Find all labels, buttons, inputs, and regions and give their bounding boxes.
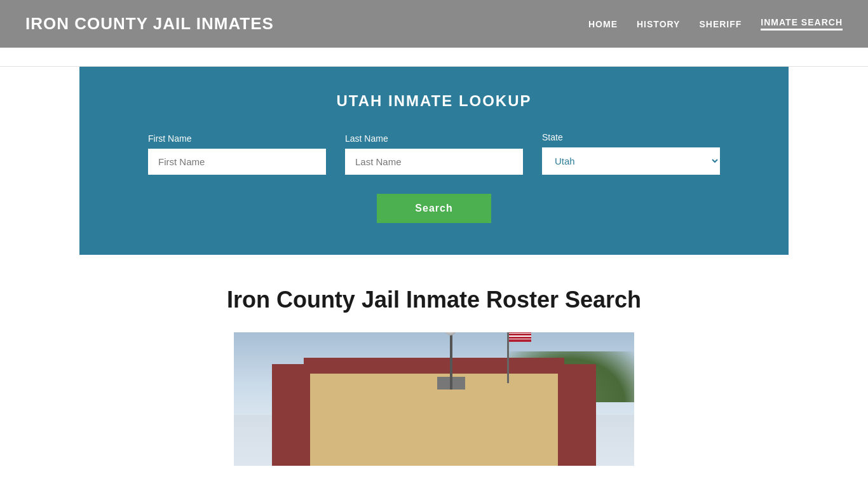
last-name-input[interactable]: [345, 149, 523, 175]
search-section: UTAH INMATE LOOKUP First Name Last Name …: [79, 67, 789, 255]
first-name-input[interactable]: [148, 149, 326, 175]
lookup-title: UTAH INMATE LOOKUP: [118, 92, 750, 110]
nav-inmate-search[interactable]: INMATE SEARCH: [761, 17, 843, 30]
building-image: [234, 332, 634, 466]
state-group: State Utah: [542, 132, 720, 175]
site-title: IRON COUNTY JAIL INMATES: [25, 14, 274, 34]
building-front: [310, 374, 558, 466]
nav-home[interactable]: HOME: [588, 19, 618, 29]
state-select[interactable]: Utah: [542, 147, 720, 175]
last-name-group: Last Name: [345, 133, 523, 175]
nav-sheriff[interactable]: SHERIFF: [699, 19, 742, 29]
first-name-label: First Name: [148, 133, 326, 144]
state-label: State: [542, 132, 720, 142]
sub-header: [0, 48, 868, 67]
first-name-group: First Name: [148, 133, 326, 175]
main-content: Iron County Jail Inmate Roster Search: [0, 255, 868, 485]
site-header: IRON COUNTY JAIL INMATES HOME HISTORY SH…: [0, 0, 868, 48]
main-nav: HOME HISTORY SHERIFF INMATE SEARCH: [588, 17, 843, 30]
last-name-label: Last Name: [345, 133, 523, 144]
flag: [509, 332, 531, 342]
search-button[interactable]: Search: [377, 194, 491, 223]
search-btn-row: Search: [118, 194, 750, 223]
search-form-row: First Name Last Name State Utah: [118, 132, 750, 175]
page-heading: Iron County Jail Inmate Roster Search: [79, 287, 789, 313]
nav-history[interactable]: HISTORY: [637, 19, 680, 29]
tower: [450, 332, 452, 390]
